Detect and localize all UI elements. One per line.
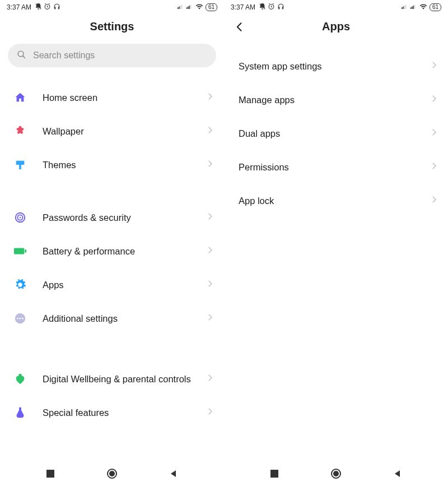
search-box[interactable] [8,44,216,67]
svg-rect-12 [16,161,25,165]
home-icon [12,90,28,105]
nav-recent-button[interactable] [39,462,62,485]
svg-rect-18 [25,249,26,253]
svg-rect-5 [181,5,183,10]
row-label: Digital Wellbeing & parental controls [43,373,206,385]
navigation-bar [224,461,448,486]
row-label: Permissions [239,161,430,173]
battery-level: 61 [430,3,441,11]
svg-rect-8 [189,6,190,9]
nav-back-button[interactable] [162,462,185,485]
row-label: Themes [43,159,206,171]
search-input[interactable] [33,50,207,61]
row-label: Wallpaper [43,126,206,137]
chevron-right-icon [206,92,214,103]
chevron-right-icon [430,128,438,138]
svg-rect-7 [188,7,189,10]
settings-row-special[interactable]: Special features [0,396,224,429]
settings-row-digital-wellbeing[interactable]: Digital Wellbeing & parental controls [0,362,224,396]
svg-rect-25 [46,470,54,478]
chevron-left-icon [234,21,245,33]
signal2-icon [410,3,417,11]
chevron-right-icon [206,408,214,418]
svg-rect-35 [412,7,413,10]
gear-icon [12,277,28,293]
battery-level: 61 [206,3,217,11]
signal1-icon [402,3,408,11]
status-bar: 3:37 AM 61 [0,0,224,13]
svg-line-11 [23,55,25,58]
settings-list: Home screenWallpaperThemes Passwords & s… [0,73,224,461]
chevron-right-icon [430,196,438,206]
svg-point-22 [22,318,24,320]
row-label: Dual apps [239,128,430,140]
svg-point-40 [333,471,339,476]
svg-rect-38 [270,470,278,478]
heart-icon [12,371,28,387]
status-time: 3:37 AM [7,3,31,11]
row-label: Special features [43,407,206,419]
apps-list: System app settingsManage appsDual appsP… [224,39,448,461]
chevron-right-icon [430,162,438,172]
nav-home-button[interactable] [101,462,123,485]
settings-row-apps[interactable]: Apps [0,268,224,302]
svg-rect-30 [402,7,403,9]
row-label: Battery & performance [43,246,206,257]
row-label: Passwords & security [43,212,206,224]
settings-row-wallpaper[interactable]: Wallpaper [0,114,224,148]
settings-row-permissions[interactable]: Permissions [224,150,448,184]
settings-row-battery-perf[interactable]: Battery & performance [0,234,224,268]
wifi-icon [419,3,427,11]
signal1-icon [178,3,184,11]
status-time: 3:37 AM [231,3,255,11]
settings-row-home-screen[interactable]: Home screen [0,81,224,114]
nav-back-button[interactable] [386,462,409,485]
settings-row-dual-apps[interactable]: Dual apps [224,117,448,150]
search-icon [17,50,26,62]
chevron-right-icon [206,313,214,323]
chevron-right-icon [206,160,214,170]
settings-row-additional[interactable]: Additional settings [0,302,224,335]
chevron-right-icon [430,61,438,71]
svg-rect-17 [14,248,24,254]
brush-icon [12,157,28,173]
chevron-right-icon [206,246,214,256]
settings-row-themes[interactable]: Themes [0,148,224,182]
dnd-icon [259,3,266,10]
svg-rect-9 [190,5,192,10]
screen-settings: 3:37 AM 61 Settings [0,0,224,486]
header: Settings [0,13,224,39]
nav-recent-button[interactable] [263,462,286,485]
settings-row-app-lock[interactable]: App lock [224,184,448,217]
settings-row-passwords-security[interactable]: Passwords & security [0,201,224,234]
signal2-icon [186,3,193,11]
svg-rect-2 [178,7,179,9]
navigation-bar [0,461,224,486]
page-title: Settings [90,20,134,33]
svg-rect-3 [179,7,180,10]
row-label: Apps [43,279,206,291]
row-label: Additional settings [43,313,206,325]
screen-apps: 3:37 AM 61 Apps System app se [224,0,448,486]
header: Apps [224,13,448,39]
svg-rect-32 [404,6,405,9]
chevron-right-icon [206,374,214,384]
battery-icon [12,243,28,259]
back-button[interactable] [232,19,248,35]
svg-rect-31 [403,7,404,10]
svg-point-16 [20,217,21,219]
settings-row-manage-apps[interactable]: Manage apps [224,83,448,117]
svg-rect-34 [410,7,412,9]
svg-rect-36 [413,6,414,9]
chevron-right-icon [206,212,214,223]
settings-row-system-app-settings[interactable]: System app settings [224,49,448,83]
svg-rect-33 [405,5,407,10]
row-label: System app settings [239,61,430,72]
dnd-icon [35,3,42,10]
status-bar: 3:37 AM 61 [224,0,448,13]
nav-home-button[interactable] [325,462,347,485]
svg-point-20 [17,318,18,320]
flower-icon [12,123,28,139]
alarm-icon [44,3,51,10]
svg-rect-4 [180,6,181,9]
